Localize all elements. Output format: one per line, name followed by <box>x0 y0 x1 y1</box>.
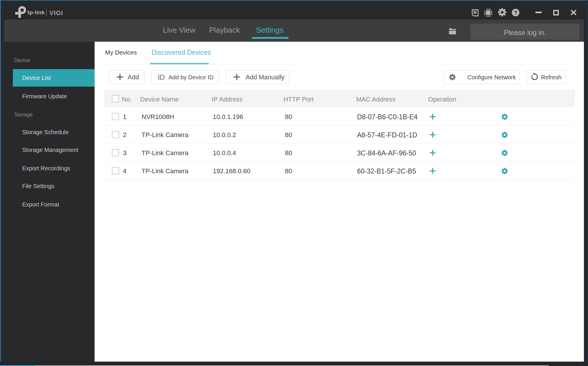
svg-text:?: ? <box>514 10 517 16</box>
